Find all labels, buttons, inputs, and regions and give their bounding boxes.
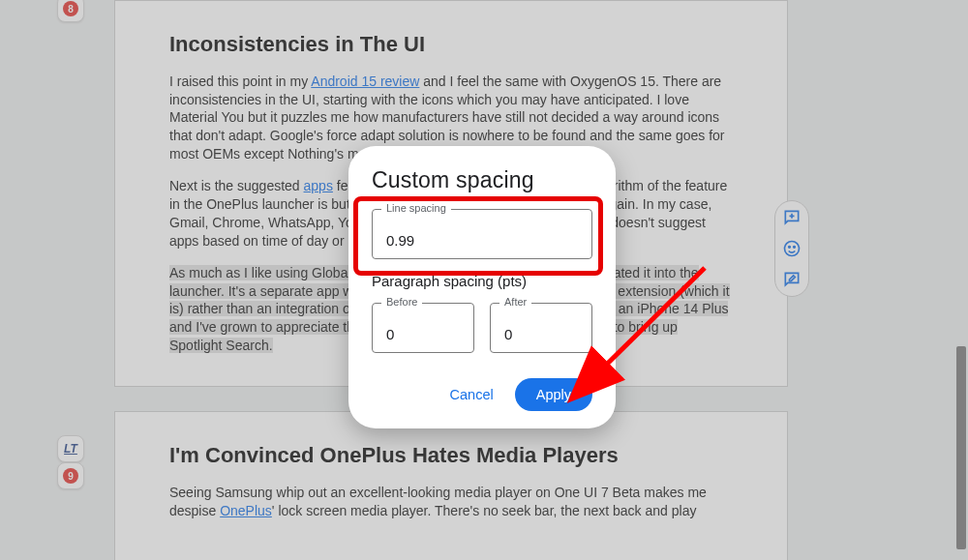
heading-media-players: I'm Convinced OnePlus Hates Media Player… bbox=[169, 441, 733, 470]
text: ' lock screen media player. There's no s… bbox=[272, 503, 697, 518]
text: I raised this point in my bbox=[169, 74, 311, 89]
apply-button[interactable]: Apply bbox=[515, 378, 592, 411]
heading-inconsistencies: Inconsistencies in The UI bbox=[169, 30, 733, 59]
dialog-actions: Cancel Apply bbox=[372, 378, 592, 411]
before-input[interactable] bbox=[372, 303, 474, 353]
add-comment-icon[interactable] bbox=[781, 207, 802, 228]
paragraph-spacing-heading: Paragraph spacing (pts) bbox=[372, 273, 592, 289]
text: Next is the suggested bbox=[169, 178, 304, 193]
suggest-edits-icon[interactable] bbox=[781, 269, 802, 290]
before-label: Before bbox=[381, 296, 422, 308]
after-input[interactable] bbox=[490, 303, 592, 353]
emoji-reaction-icon[interactable] bbox=[781, 238, 802, 259]
language-tool-badge[interactable]: LT bbox=[57, 435, 84, 462]
document-page-2: I'm Convinced OnePlus Hates Media Player… bbox=[114, 411, 788, 560]
after-field: After bbox=[490, 303, 592, 353]
scrollbar-thumb[interactable] bbox=[956, 346, 966, 549]
paragraph-4[interactable]: Seeing Samsung whip out an excellent-loo… bbox=[169, 484, 733, 520]
suggestion-count-icon: 8 bbox=[63, 1, 78, 16]
document-content-2: I'm Convinced OnePlus Hates Media Player… bbox=[169, 412, 733, 533]
custom-spacing-dialog: Custom spacing Line spacing Paragraph sp… bbox=[348, 146, 616, 428]
link-apps[interactable]: apps bbox=[304, 178, 333, 193]
cancel-button[interactable]: Cancel bbox=[440, 379, 503, 410]
before-field: Before bbox=[372, 303, 474, 353]
svg-point-0 bbox=[785, 242, 800, 256]
suggestion-badge-8[interactable]: 8 bbox=[57, 0, 84, 22]
suggestion-badge-9[interactable]: 9 bbox=[57, 462, 84, 489]
link-oneplus[interactable]: OnePlus bbox=[220, 503, 272, 518]
side-toolbar bbox=[774, 200, 809, 297]
line-spacing-input[interactable] bbox=[372, 209, 592, 259]
suggestion-count-icon: 9 bbox=[63, 468, 78, 484]
svg-point-1 bbox=[789, 247, 791, 249]
after-label: After bbox=[499, 296, 531, 308]
line-spacing-label: Line spacing bbox=[381, 202, 451, 214]
line-spacing-field: Line spacing bbox=[372, 209, 592, 259]
svg-point-2 bbox=[794, 247, 796, 249]
link-android-15-review[interactable]: Android 15 review bbox=[311, 74, 419, 89]
dialog-title: Custom spacing bbox=[372, 167, 592, 193]
